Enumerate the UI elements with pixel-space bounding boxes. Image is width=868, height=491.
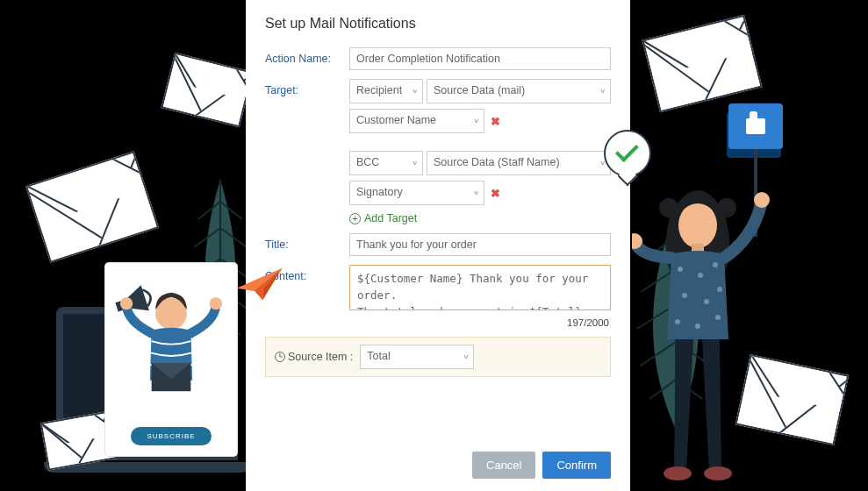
svg-point-40	[659, 198, 678, 217]
target1-source-select[interactable]: Source Data (mail)	[427, 79, 611, 103]
target2-field-select[interactable]: Signatory	[349, 181, 484, 205]
subscribe-button[interactable]: SUBSCRIBE	[131, 427, 211, 445]
label-source-item: Source Item :	[288, 351, 353, 363]
mail-notification-dialog: Set up Mail Notifications Action Name: T…	[246, 0, 630, 491]
thumbs-up-icon	[746, 118, 765, 134]
envelope-icon	[642, 15, 763, 113]
label-title: Title:	[265, 233, 349, 251]
remove-target1-icon[interactable]: ✖	[488, 115, 503, 128]
person-megaphone-illustration	[112, 270, 230, 420]
target1-field-select[interactable]: Customer Name	[349, 109, 484, 133]
success-check-bubble	[604, 130, 651, 177]
svg-point-36	[754, 192, 770, 208]
remove-target2-icon[interactable]: ✖	[488, 187, 503, 200]
envelope-icon	[161, 53, 254, 127]
paper-plane-icon	[233, 264, 288, 309]
svg-point-31	[704, 299, 709, 304]
content-textarea[interactable]	[349, 265, 611, 310]
person-holding-sign-illustration	[632, 177, 781, 484]
svg-point-38	[664, 466, 692, 480]
target1-type-select[interactable]: Recipient	[349, 79, 423, 103]
svg-point-25	[678, 203, 717, 248]
char-count: 197/2000	[349, 317, 611, 328]
svg-point-30	[682, 293, 687, 298]
svg-point-39	[704, 466, 732, 480]
source-item-box: Source Item : Total	[265, 337, 611, 377]
subscribe-card: SUBSCRIBE	[105, 263, 237, 456]
label-action-name: Action Name:	[265, 47, 349, 65]
svg-point-28	[698, 273, 703, 278]
source-item-select[interactable]: Total	[360, 345, 474, 369]
title-input[interactable]	[349, 233, 611, 256]
confirm-button[interactable]: Confirm	[542, 452, 611, 479]
label-target: Target:	[265, 79, 349, 96]
svg-point-32	[717, 287, 722, 292]
svg-point-41	[717, 198, 736, 217]
dialog-title: Set up Mail Notifications	[265, 16, 611, 32]
svg-point-22	[120, 297, 133, 310]
envelope-icon	[25, 151, 159, 263]
svg-point-29	[713, 262, 718, 267]
plus-circle-icon: +	[349, 213, 361, 224]
add-target-label: Add Target	[364, 212, 417, 224]
svg-point-23	[210, 297, 222, 310]
target2-type-select[interactable]: BCC	[349, 151, 423, 175]
checkmark-icon	[615, 139, 639, 162]
svg-point-35	[715, 315, 721, 320]
action-name-input[interactable]	[349, 47, 611, 70]
svg-point-27	[678, 267, 683, 272]
add-target-button[interactable]: + Add Target	[349, 212, 417, 224]
svg-point-33	[675, 319, 680, 324]
thumbs-up-sign	[728, 103, 783, 149]
clock-icon	[275, 352, 285, 362]
target2-source-select[interactable]: Source Data (Staff Name)	[427, 151, 611, 175]
svg-point-34	[695, 324, 700, 329]
cancel-button[interactable]: Cancel	[472, 452, 535, 479]
